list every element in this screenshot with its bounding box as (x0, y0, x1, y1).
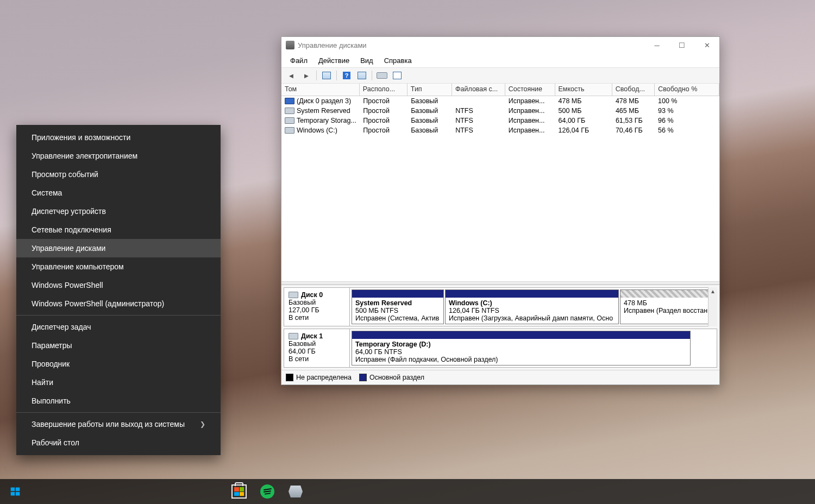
col-layout[interactable]: Располо... (360, 84, 408, 96)
cell-freepct: 96 % (655, 117, 719, 124)
table-row[interactable]: (Диск 0 раздел 3)ПростойБазовыйИсправен.… (281, 96, 719, 106)
list-button[interactable] (390, 69, 404, 82)
col-fs[interactable]: Файловая с... (452, 84, 505, 96)
cell-type: Базовый (408, 127, 452, 134)
legend-unallocated-label: Не распределена (296, 374, 352, 381)
col-free[interactable]: Свобод... (612, 84, 655, 96)
volume-list-empty-area[interactable] (281, 135, 719, 281)
winx-item[interactable]: Просмотр событий (16, 165, 221, 184)
menubar: Файл Действие Вид Справка (281, 53, 719, 67)
minimize-button[interactable]: ─ (644, 37, 669, 53)
menu-action[interactable]: Действие (313, 54, 355, 67)
disk-block[interactable]: Диск 1Базовый64,00 ГБВ сетиTemporary Sto… (284, 329, 717, 368)
cell-volume: Windows (C:) (281, 127, 360, 134)
menu-file[interactable]: Файл (285, 54, 313, 67)
back-button[interactable]: ◄ (284, 69, 298, 82)
winx-item[interactable]: Управление дисками (16, 239, 221, 257)
col-type[interactable]: Тип (408, 84, 452, 96)
legend-primary-label: Основной раздел (369, 374, 424, 381)
svg-rect-1 (16, 488, 20, 492)
cell-layout: Простой (360, 97, 408, 105)
winx-item[interactable]: Рабочий стол (16, 433, 221, 452)
cell-capacity: 478 МБ (555, 97, 612, 105)
app3-icon (289, 486, 303, 497)
cell-free: 61,53 ГБ (612, 117, 655, 124)
disk-block[interactable]: Диск 0Базовый127,00 ГБВ сетиSystem Reser… (284, 287, 717, 326)
partition[interactable]: 478 МБИсправен (Раздел восстан (620, 289, 710, 324)
cell-type: Базовый (408, 107, 452, 115)
volume-icon (285, 117, 294, 124)
winx-item[interactable]: Диспетчер задач (16, 318, 221, 336)
cell-fs: NTFS (452, 127, 505, 134)
winx-item[interactable]: Система (16, 184, 221, 202)
svg-rect-2 (11, 492, 15, 496)
start-context-menu[interactable]: Приложения и возможностиУправление элект… (16, 125, 221, 455)
cell-capacity: 126,04 ГБ (555, 127, 612, 134)
col-capacity[interactable]: Емкость (555, 84, 612, 96)
cell-capacity: 500 МБ (555, 107, 612, 115)
cell-layout: Простой (360, 117, 408, 124)
cell-volume: Temporary Storag... (281, 117, 360, 124)
menu-view[interactable]: Вид (355, 54, 379, 67)
legend-swatch-primary (359, 374, 367, 381)
cell-fs: NTFS (452, 117, 505, 124)
winx-item[interactable]: Windows PowerShell (администратор) (16, 294, 221, 313)
view-top-button[interactable] (319, 69, 334, 82)
table-row[interactable]: Windows (C:)ПростойБазовыйNTFSИсправен..… (281, 125, 719, 135)
taskbar-spotify[interactable] (253, 479, 281, 504)
winx-item[interactable]: Диспетчер устройств (16, 202, 221, 220)
volume-list[interactable]: (Диск 0 раздел 3)ПростойБазовыйИсправен.… (281, 96, 719, 135)
cell-status: Исправен... (505, 127, 555, 134)
disk-icon (289, 333, 298, 339)
winx-item[interactable]: Приложения и возможности (16, 128, 221, 147)
winx-item[interactable]: Найти (16, 373, 221, 392)
menu-help[interactable]: Справка (379, 54, 417, 67)
disk-icon-button[interactable] (375, 69, 389, 82)
col-volume[interactable]: Том (281, 84, 360, 96)
col-freepct[interactable]: Свободно % (655, 84, 719, 96)
cell-status: Исправен... (505, 97, 555, 105)
close-button[interactable]: ✕ (694, 37, 719, 53)
winx-item[interactable]: Windows PowerShell (16, 276, 221, 294)
cell-volume: System Reserved (281, 107, 360, 115)
winx-item[interactable]: Сетевые подключения (16, 220, 221, 239)
table-row[interactable]: Temporary Storag...ПростойБазовыйNTFSИсп… (281, 116, 719, 125)
scrollbar[interactable]: ▲ (708, 287, 717, 326)
view-bottom-button[interactable] (355, 69, 369, 82)
winx-item[interactable]: Управление компьютером (16, 257, 221, 276)
start-button[interactable] (1, 479, 29, 504)
taskbar-store[interactable] (225, 479, 253, 504)
col-status[interactable]: Состояние (505, 84, 555, 96)
titlebar[interactable]: Управление дисками ─ ☐ ✕ (281, 37, 719, 53)
cell-free: 70,46 ГБ (612, 127, 655, 134)
winx-item[interactable]: Управление электропитанием (16, 147, 221, 165)
winx-item[interactable]: Параметры (16, 336, 221, 355)
cell-free: 465 МБ (612, 107, 655, 115)
store-icon (231, 484, 247, 499)
partition[interactable]: System Reserved500 МБ NTFSИсправен (Сист… (352, 289, 444, 324)
cell-capacity: 64,00 ГБ (555, 117, 612, 124)
menu-separator (16, 315, 221, 316)
forward-button[interactable]: ► (299, 69, 314, 82)
winx-item[interactable]: Завершение работы или выход из системы❯ (16, 415, 221, 433)
legend-swatch-unallocated (286, 374, 293, 381)
help-button[interactable]: ? (340, 69, 354, 82)
cell-layout: Простой (360, 107, 408, 115)
cell-type: Базовый (408, 117, 452, 124)
volume-icon (285, 127, 294, 134)
table-row[interactable]: System ReservedПростойБазовыйNTFSИсправе… (281, 106, 719, 116)
volume-list-header: Том Располо... Тип Файловая с... Состоян… (281, 84, 719, 96)
window-title: Управление дисками (298, 41, 367, 49)
volume-icon (285, 98, 294, 104)
cell-status: Исправен... (505, 107, 555, 115)
partition[interactable]: Temporary Storage (D:)64,00 ГБ NTFSИспра… (352, 331, 691, 366)
taskbar-app3[interactable] (281, 479, 310, 504)
cell-layout: Простой (360, 127, 408, 134)
maximize-button[interactable]: ☐ (669, 37, 694, 53)
winx-item[interactable]: Проводник (16, 355, 221, 373)
partition[interactable]: Windows (C:)126,04 ГБ NTFSИсправен (Загр… (445, 289, 619, 324)
menu-separator (16, 412, 221, 413)
taskbar[interactable] (0, 479, 815, 504)
chevron-right-icon: ❯ (200, 420, 205, 428)
winx-item[interactable]: Выполнить (16, 392, 221, 410)
